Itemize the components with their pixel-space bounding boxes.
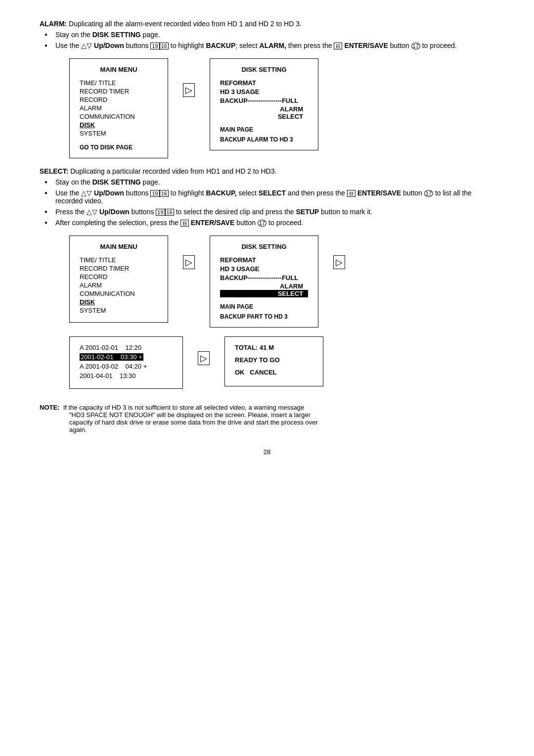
disk-reformat-1: REFORMAT <box>220 79 308 87</box>
menu-item-alarm-1: ALARM <box>80 104 158 112</box>
disk-setting-box-1: DISK SETTING REFORMAT HD 3 USAGE BACKUP-… <box>210 58 318 150</box>
disk-footer-action-1: BACKUP ALARM TO HD 3 <box>220 136 308 143</box>
main-menu-box-1: MAIN MENU TIME/ TITLE RECORD TIMER RECOR… <box>69 58 168 158</box>
note-text: NOTE: If the capacity of HD 3 is not suf… <box>40 404 494 433</box>
disk-setting-box-2: DISK SETTING REFORMAT HD 3 USAGE BACKUP-… <box>210 236 318 328</box>
menu-item-system-2: SYSTEM <box>80 307 158 314</box>
select-bullet-4: After completing the selection, press th… <box>44 219 494 227</box>
arrow-icon-2: ▷ <box>183 255 195 269</box>
menu-item-communication-1: COMMUNICATION <box>80 113 158 120</box>
arrow-3: ▷ <box>333 236 345 269</box>
select-bullet-2: Use the △▽ Up/Down buttons 1916 to highl… <box>44 189 494 205</box>
note-line-3: again. <box>69 426 87 433</box>
menu-item-alarm-2: ALARM <box>80 282 158 289</box>
disk-setting-title-2: DISK SETTING <box>220 243 308 250</box>
menu-item-record-2: RECORD <box>80 273 158 281</box>
menu-item-record-timer-1: RECORD TIMER <box>80 88 158 95</box>
arrow-4: ▷ <box>198 336 210 365</box>
arrow-icon-1: ▷ <box>183 83 195 97</box>
list-entry-2-highlight: 2001-02-01 03:30 + <box>80 353 143 361</box>
diagram-1: MAIN MENU TIME/ TITLE RECORD TIMER RECOR… <box>69 58 494 158</box>
result-status: READY TO GO <box>235 356 313 364</box>
page-number: 28 <box>40 448 494 456</box>
alarm-bullet-1: Stay on the DISK SETTING page. <box>44 31 494 39</box>
diagram-2: MAIN MENU TIME/ TITLE RECORD TIMER RECOR… <box>69 236 494 328</box>
list-entry-3: A 2001-03-02 04:20 + <box>80 363 173 370</box>
diagram-3: A 2001-02-01 12:20 2001-02-01 03:30 + A … <box>69 336 494 389</box>
menu-item-time-title-2: TIME/ TITLE <box>80 256 158 264</box>
disk-alarm-1: ALARM <box>220 105 308 113</box>
main-menu-title-2: MAIN MENU <box>80 243 158 250</box>
disk-hd3-usage-1: HD 3 USAGE <box>220 88 308 95</box>
disk-select-highlight-2: SELECT <box>220 290 308 297</box>
result-total: TOTAL: 41 M <box>235 344 313 351</box>
main-menu-title-1: MAIN MENU <box>80 66 158 73</box>
alarm-bullets: Stay on the DISK SETTING page. Use the △… <box>44 31 494 49</box>
list-entry-4: 2001-04-01 13:30 <box>80 372 173 379</box>
main-menu-box-2: MAIN MENU TIME/ TITLE RECORD TIMER RECOR… <box>69 236 168 323</box>
alarm-intro: ALARM: Duplicating all the alarm-event r… <box>40 20 494 28</box>
select-intro: SELECT: Duplicating a particular recorde… <box>40 167 494 175</box>
menu-item-record-1: RECORD <box>80 96 158 103</box>
alarm-bullet-2: Use the △▽ Up/Down buttons 1916 to highl… <box>44 42 494 49</box>
menu-footer-1: GO TO DISK PAGE <box>80 144 158 151</box>
result-box: TOTAL: 41 M READY TO GO OK CANCEL <box>224 336 323 386</box>
disk-backup-line-2: BACKUP----------------FULL <box>220 274 308 282</box>
arrow-2: ▷ <box>183 236 195 269</box>
note-line-1: "HD3 SPACE NOT ENOUGH" will be displayed… <box>69 411 311 419</box>
disk-hd3-usage-2: HD 3 USAGE <box>220 265 308 273</box>
select-section: SELECT: Duplicating a particular recorde… <box>40 167 494 227</box>
alarm-section: ALARM: Duplicating all the alarm-event r… <box>40 20 494 49</box>
disk-footer-main-1: MAIN PAGE <box>220 126 308 133</box>
disk-reformat-2: REFORMAT <box>220 256 308 264</box>
select-bullet-3: Press the △▽ Up/Down buttons 1916 to sel… <box>44 208 494 216</box>
list-entry-2: 2001-02-01 03:30 + <box>80 353 173 361</box>
menu-item-disk-2: DISK <box>80 298 158 306</box>
disk-footer-main-2: MAIN PAGE <box>220 303 308 310</box>
list-entry-1: A 2001-02-01 12:20 <box>80 344 173 351</box>
list-box: A 2001-02-01 12:20 2001-02-01 03:30 + A … <box>69 336 183 389</box>
menu-item-communication-2: COMMUNICATION <box>80 290 158 297</box>
arrow-icon-3: ▷ <box>333 255 345 269</box>
disk-select-1: SELECT <box>220 113 308 120</box>
note-line-2: capacity of hard disk drive or erase som… <box>69 419 318 426</box>
select-bullets: Stay on the DISK SETTING page. Use the △… <box>44 178 494 227</box>
result-actions: OK CANCEL <box>235 369 313 376</box>
menu-item-disk-1: DISK <box>80 121 158 129</box>
disk-footer-action-2: BACKUP PART TO HD 3 <box>220 313 308 320</box>
menu-item-time-title-1: TIME/ TITLE <box>80 79 158 87</box>
arrow-1: ▷ <box>183 58 195 97</box>
disk-setting-title-1: DISK SETTING <box>220 66 308 73</box>
menu-item-system-1: SYSTEM <box>80 130 158 137</box>
disk-alarm-2: ALARM <box>220 283 308 290</box>
arrow-icon-4: ▷ <box>198 351 210 365</box>
note-block: NOTE: If the capacity of HD 3 is not suf… <box>40 404 494 433</box>
menu-item-record-timer-2: RECORD TIMER <box>80 265 158 272</box>
disk-backup-line-1: BACKUP----------------FULL <box>220 97 308 104</box>
select-bullet-1: Stay on the DISK SETTING page. <box>44 178 494 186</box>
